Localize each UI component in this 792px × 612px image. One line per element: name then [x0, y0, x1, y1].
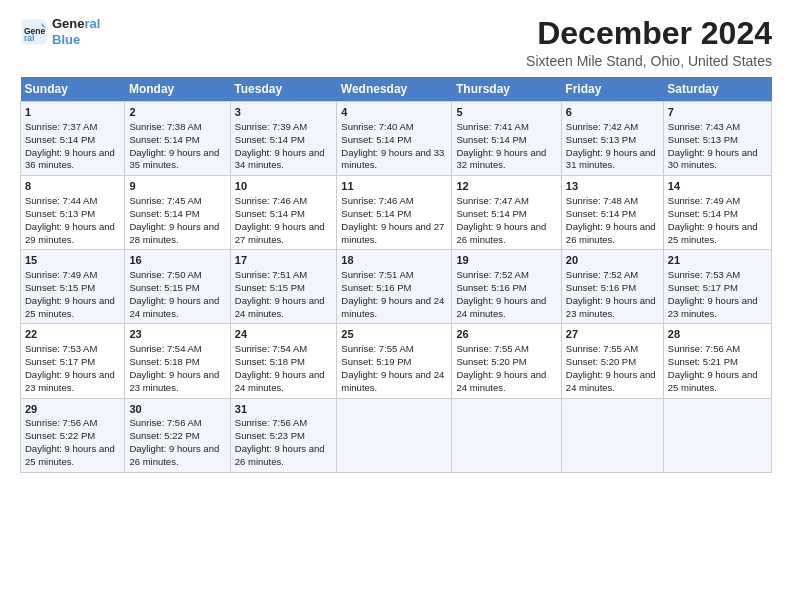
- calendar-cell: 1Sunrise: 7:37 AMSunset: 5:14 PMDaylight…: [21, 102, 125, 176]
- sunset-text: Sunset: 5:14 PM: [668, 208, 738, 219]
- sunset-text: Sunset: 5:14 PM: [129, 208, 199, 219]
- daylight-text: Daylight: 9 hours and 28 minutes.: [129, 221, 219, 245]
- day-number: 8: [25, 179, 120, 194]
- sunset-text: Sunset: 5:21 PM: [668, 356, 738, 367]
- sunrise-text: Sunrise: 7:53 AM: [25, 343, 97, 354]
- day-number: 1: [25, 105, 120, 120]
- calendar-cell: 31Sunrise: 7:56 AMSunset: 5:23 PMDayligh…: [230, 398, 337, 472]
- calendar-cell: 12Sunrise: 7:47 AMSunset: 5:14 PMDayligh…: [452, 176, 561, 250]
- sunrise-text: Sunrise: 7:44 AM: [25, 195, 97, 206]
- sunset-text: Sunset: 5:14 PM: [235, 208, 305, 219]
- sunset-text: Sunset: 5:22 PM: [129, 430, 199, 441]
- col-wednesday: Wednesday: [337, 77, 452, 102]
- col-thursday: Thursday: [452, 77, 561, 102]
- sunset-text: Sunset: 5:15 PM: [129, 282, 199, 293]
- day-number: 23: [129, 327, 225, 342]
- sunset-text: Sunset: 5:14 PM: [129, 134, 199, 145]
- sunset-text: Sunset: 5:14 PM: [456, 208, 526, 219]
- calendar-cell: [337, 398, 452, 472]
- calendar-cell: 26Sunrise: 7:55 AMSunset: 5:20 PMDayligh…: [452, 324, 561, 398]
- sunset-text: Sunset: 5:14 PM: [25, 134, 95, 145]
- day-number: 30: [129, 402, 225, 417]
- day-number: 18: [341, 253, 447, 268]
- calendar-cell: 25Sunrise: 7:55 AMSunset: 5:19 PMDayligh…: [337, 324, 452, 398]
- day-number: 2: [129, 105, 225, 120]
- sunrise-text: Sunrise: 7:48 AM: [566, 195, 638, 206]
- sunrise-text: Sunrise: 7:52 AM: [566, 269, 638, 280]
- calendar-cell: 19Sunrise: 7:52 AMSunset: 5:16 PMDayligh…: [452, 250, 561, 324]
- day-number: 12: [456, 179, 556, 194]
- col-friday: Friday: [561, 77, 663, 102]
- subtitle: Sixteen Mile Stand, Ohio, United States: [526, 53, 772, 69]
- sunrise-text: Sunrise: 7:55 AM: [566, 343, 638, 354]
- sunset-text: Sunset: 5:14 PM: [566, 208, 636, 219]
- day-number: 11: [341, 179, 447, 194]
- sunrise-text: Sunrise: 7:56 AM: [25, 417, 97, 428]
- day-number: 20: [566, 253, 659, 268]
- sunrise-text: Sunrise: 7:39 AM: [235, 121, 307, 132]
- calendar-cell: 8Sunrise: 7:44 AMSunset: 5:13 PMDaylight…: [21, 176, 125, 250]
- sunset-text: Sunset: 5:13 PM: [566, 134, 636, 145]
- sunrise-text: Sunrise: 7:37 AM: [25, 121, 97, 132]
- calendar-cell: 3Sunrise: 7:39 AMSunset: 5:14 PMDaylight…: [230, 102, 337, 176]
- calendar-cell: 24Sunrise: 7:54 AMSunset: 5:18 PMDayligh…: [230, 324, 337, 398]
- daylight-text: Daylight: 9 hours and 26 minutes.: [566, 221, 656, 245]
- header-row: Sunday Monday Tuesday Wednesday Thursday…: [21, 77, 772, 102]
- page: Gene ral General Blue December 2024 Sixt…: [0, 0, 792, 612]
- sunset-text: Sunset: 5:14 PM: [341, 208, 411, 219]
- daylight-text: Daylight: 9 hours and 29 minutes.: [25, 221, 115, 245]
- calendar-cell: 16Sunrise: 7:50 AMSunset: 5:15 PMDayligh…: [125, 250, 230, 324]
- sunset-text: Sunset: 5:13 PM: [668, 134, 738, 145]
- daylight-text: Daylight: 9 hours and 23 minutes.: [129, 369, 219, 393]
- day-number: 3: [235, 105, 333, 120]
- calendar-cell: 6Sunrise: 7:42 AMSunset: 5:13 PMDaylight…: [561, 102, 663, 176]
- daylight-text: Daylight: 9 hours and 26 minutes.: [235, 443, 325, 467]
- calendar-cell: 11Sunrise: 7:46 AMSunset: 5:14 PMDayligh…: [337, 176, 452, 250]
- day-number: 17: [235, 253, 333, 268]
- daylight-text: Daylight: 9 hours and 31 minutes.: [566, 147, 656, 171]
- daylight-text: Daylight: 9 hours and 23 minutes.: [25, 369, 115, 393]
- sunrise-text: Sunrise: 7:54 AM: [129, 343, 201, 354]
- day-number: 28: [668, 327, 767, 342]
- day-number: 24: [235, 327, 333, 342]
- sunrise-text: Sunrise: 7:52 AM: [456, 269, 528, 280]
- day-number: 5: [456, 105, 556, 120]
- calendar-cell: 17Sunrise: 7:51 AMSunset: 5:15 PMDayligh…: [230, 250, 337, 324]
- sunrise-text: Sunrise: 7:55 AM: [456, 343, 528, 354]
- day-number: 14: [668, 179, 767, 194]
- title-area: December 2024 Sixteen Mile Stand, Ohio, …: [526, 16, 772, 69]
- calendar-table: Sunday Monday Tuesday Wednesday Thursday…: [20, 77, 772, 472]
- calendar-week-4: 22Sunrise: 7:53 AMSunset: 5:17 PMDayligh…: [21, 324, 772, 398]
- calendar-cell: 23Sunrise: 7:54 AMSunset: 5:18 PMDayligh…: [125, 324, 230, 398]
- daylight-text: Daylight: 9 hours and 23 minutes.: [668, 295, 758, 319]
- daylight-text: Daylight: 9 hours and 25 minutes.: [25, 295, 115, 319]
- sunset-text: Sunset: 5:16 PM: [456, 282, 526, 293]
- daylight-text: Daylight: 9 hours and 24 minutes.: [341, 369, 444, 393]
- day-number: 15: [25, 253, 120, 268]
- day-number: 22: [25, 327, 120, 342]
- header-area: Gene ral General Blue December 2024 Sixt…: [20, 16, 772, 69]
- sunrise-text: Sunrise: 7:46 AM: [341, 195, 413, 206]
- sunset-text: Sunset: 5:15 PM: [235, 282, 305, 293]
- calendar-cell: 15Sunrise: 7:49 AMSunset: 5:15 PMDayligh…: [21, 250, 125, 324]
- calendar-week-3: 15Sunrise: 7:49 AMSunset: 5:15 PMDayligh…: [21, 250, 772, 324]
- sunrise-text: Sunrise: 7:40 AM: [341, 121, 413, 132]
- sunrise-text: Sunrise: 7:56 AM: [668, 343, 740, 354]
- sunrise-text: Sunrise: 7:51 AM: [235, 269, 307, 280]
- calendar-cell: 14Sunrise: 7:49 AMSunset: 5:14 PMDayligh…: [663, 176, 771, 250]
- sunrise-text: Sunrise: 7:54 AM: [235, 343, 307, 354]
- calendar-cell: 29Sunrise: 7:56 AMSunset: 5:22 PMDayligh…: [21, 398, 125, 472]
- sunset-text: Sunset: 5:14 PM: [341, 134, 411, 145]
- sunset-text: Sunset: 5:20 PM: [456, 356, 526, 367]
- calendar-cell: 10Sunrise: 7:46 AMSunset: 5:14 PMDayligh…: [230, 176, 337, 250]
- calendar-cell: 30Sunrise: 7:56 AMSunset: 5:22 PMDayligh…: [125, 398, 230, 472]
- col-sunday: Sunday: [21, 77, 125, 102]
- sunrise-text: Sunrise: 7:53 AM: [668, 269, 740, 280]
- daylight-text: Daylight: 9 hours and 26 minutes.: [456, 221, 546, 245]
- daylight-text: Daylight: 9 hours and 25 minutes.: [668, 369, 758, 393]
- sunrise-text: Sunrise: 7:42 AM: [566, 121, 638, 132]
- sunset-text: Sunset: 5:18 PM: [129, 356, 199, 367]
- sunrise-text: Sunrise: 7:56 AM: [235, 417, 307, 428]
- calendar-week-2: 8Sunrise: 7:44 AMSunset: 5:13 PMDaylight…: [21, 176, 772, 250]
- day-number: 31: [235, 402, 333, 417]
